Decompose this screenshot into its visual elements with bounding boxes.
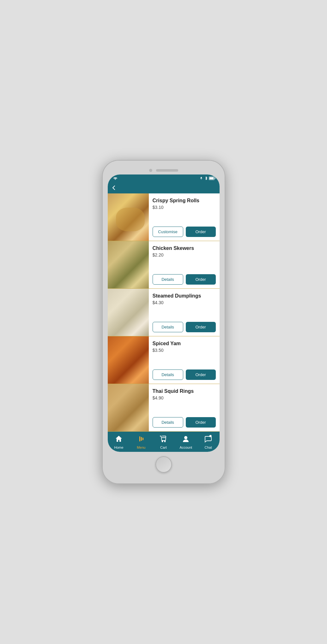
item-image-chicken-skewers bbox=[108, 241, 149, 288]
menu-item-thai-squid-rings: Thai Squid Rings $4.90 Details Order bbox=[108, 384, 220, 432]
item-image-spiced-yam bbox=[108, 336, 149, 384]
svg-rect-5 bbox=[141, 437, 142, 441]
chat-label: Chat bbox=[204, 446, 212, 449]
details-button-chicken-skewers[interactable]: Details bbox=[153, 274, 183, 285]
home-button[interactable] bbox=[155, 456, 172, 473]
cart-icon bbox=[159, 435, 167, 444]
menu-icon bbox=[137, 435, 145, 444]
svg-point-0 bbox=[115, 179, 116, 180]
item-name-thai-squid-rings: Thai Squid Rings bbox=[153, 388, 216, 394]
item-content-chicken-skewers: Chicken Skewers $2.20 Details Order bbox=[149, 241, 220, 288]
item-name-chicken-skewers: Chicken Skewers bbox=[153, 245, 216, 251]
chat-icon bbox=[204, 435, 212, 444]
item-content-spring-rolls: Crispy Spring Rolls $3.10 Customise Orde… bbox=[149, 193, 220, 241]
menu-item-spring-rolls: Crispy Spring Rolls $3.10 Customise Orde… bbox=[108, 193, 220, 241]
svg-point-11 bbox=[165, 441, 166, 442]
menu-item-spiced-yam: Spiced Yam $3.50 Details Order bbox=[108, 336, 220, 384]
location-icon bbox=[199, 176, 203, 180]
customise-button-spring-rolls[interactable]: Customise bbox=[153, 227, 183, 237]
item-price-thai-squid-rings: $4.90 bbox=[153, 395, 216, 400]
item-image-thai-squid-rings bbox=[108, 384, 149, 431]
wifi-icon bbox=[113, 177, 118, 180]
item-name-steamed-dumplings: Steamed Dumplings bbox=[153, 293, 216, 299]
order-button-spiced-yam[interactable]: Order bbox=[186, 369, 216, 380]
bluetooth-icon bbox=[204, 176, 208, 180]
item-buttons-steamed-dumplings: Details Order bbox=[153, 322, 216, 332]
menu-list: Crispy Spring Rolls $3.10 Customise Orde… bbox=[108, 193, 220, 432]
speaker bbox=[156, 169, 178, 172]
menu-item-chicken-skewers: Chicken Skewers $2.20 Details Order bbox=[108, 241, 220, 289]
item-price-spring-rolls: $3.10 bbox=[153, 205, 216, 210]
order-button-chicken-skewers[interactable]: Order bbox=[186, 274, 216, 285]
item-content-steamed-dumplings: Steamed Dumplings $4.30 Details Order bbox=[149, 289, 220, 336]
phone-top-decoration bbox=[108, 166, 220, 174]
item-name-spring-rolls: Crispy Spring Rolls bbox=[153, 198, 216, 204]
chevron-left-icon bbox=[112, 185, 115, 190]
svg-rect-3 bbox=[209, 177, 214, 180]
page-header bbox=[108, 182, 220, 193]
cart-label: Cart bbox=[160, 446, 167, 449]
item-name-spiced-yam: Spiced Yam bbox=[153, 341, 216, 346]
nav-item-cart[interactable]: Cart bbox=[154, 435, 173, 449]
details-button-thai-squid-rings[interactable]: Details bbox=[153, 417, 183, 428]
details-button-spiced-yam[interactable]: Details bbox=[153, 369, 183, 380]
item-price-spiced-yam: $3.50 bbox=[153, 348, 216, 353]
svg-rect-4 bbox=[139, 436, 140, 441]
nav-item-account[interactable]: Account bbox=[176, 435, 195, 449]
nav-item-chat[interactable]: Chat bbox=[199, 435, 218, 449]
item-content-spiced-yam: Spiced Yam $3.50 Details Order bbox=[149, 336, 220, 384]
back-button[interactable] bbox=[112, 185, 117, 190]
phone-frame: Crispy Spring Rolls $3.10 Customise Orde… bbox=[102, 160, 225, 484]
svg-line-9 bbox=[166, 436, 166, 440]
svg-rect-6 bbox=[142, 438, 143, 440]
item-image-spring-rolls bbox=[108, 193, 149, 241]
order-button-thai-squid-rings[interactable]: Order bbox=[186, 417, 216, 428]
order-button-spring-rolls[interactable]: Order bbox=[186, 227, 216, 237]
item-image-steamed-dumplings bbox=[108, 289, 149, 336]
item-price-chicken-skewers: $2.20 bbox=[153, 252, 216, 257]
item-buttons-chicken-skewers: Details Order bbox=[153, 274, 216, 285]
svg-point-10 bbox=[162, 441, 163, 442]
home-label: Home bbox=[114, 446, 123, 449]
phone-screen: Crispy Spring Rolls $3.10 Customise Orde… bbox=[108, 174, 220, 452]
phone-bottom bbox=[108, 452, 220, 478]
status-right bbox=[199, 176, 216, 180]
details-button-steamed-dumplings[interactable]: Details bbox=[153, 322, 183, 332]
nav-item-menu[interactable]: Menu bbox=[132, 435, 151, 449]
item-buttons-thai-squid-rings: Details Order bbox=[153, 417, 216, 428]
order-button-steamed-dumplings[interactable]: Order bbox=[186, 322, 216, 332]
battery-icon bbox=[209, 176, 216, 180]
bottom-nav: Home Menu Cart Account Chat bbox=[108, 432, 220, 452]
item-content-thai-squid-rings: Thai Squid Rings $4.90 Details Order bbox=[149, 384, 220, 431]
account-icon bbox=[182, 435, 190, 444]
account-label: Account bbox=[179, 446, 192, 449]
item-buttons-spiced-yam: Details Order bbox=[153, 369, 216, 380]
menu-item-steamed-dumplings: Steamed Dumplings $4.30 Details Order bbox=[108, 289, 220, 336]
item-price-steamed-dumplings: $4.30 bbox=[153, 300, 216, 305]
item-buttons-spring-rolls: Customise Order bbox=[153, 227, 216, 237]
svg-rect-2 bbox=[215, 178, 215, 179]
menu-label: Menu bbox=[137, 446, 146, 449]
status-bar bbox=[108, 174, 220, 182]
status-left bbox=[112, 177, 118, 180]
front-camera bbox=[149, 169, 152, 172]
nav-item-home[interactable]: Home bbox=[109, 435, 128, 449]
home-icon bbox=[115, 435, 123, 444]
